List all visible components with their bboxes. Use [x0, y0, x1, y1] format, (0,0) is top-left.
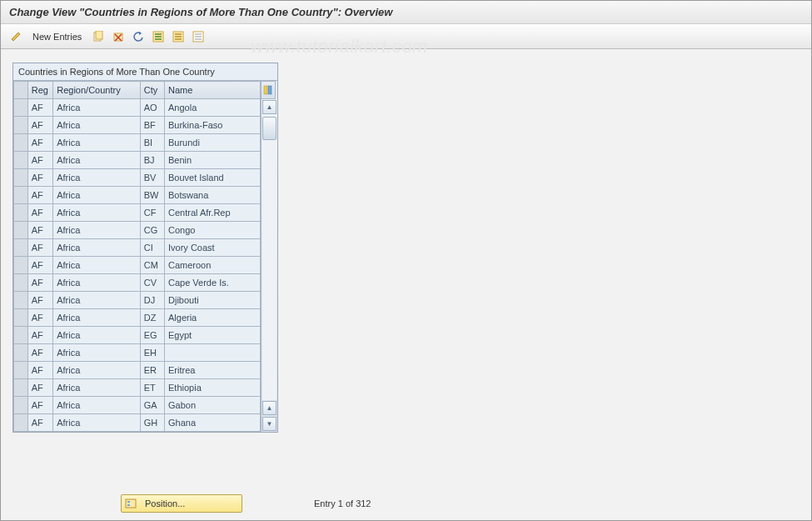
vertical-scrollbar[interactable]: ▲ ▲ ▼ [261, 99, 277, 432]
cell-reg[interactable]: AF [27, 379, 53, 397]
row-selector[interactable] [14, 362, 28, 379]
cell-name[interactable]: Egypt [165, 327, 261, 344]
cell-cty[interactable]: BJ [140, 152, 164, 169]
cell-name[interactable]: Djibouti [165, 292, 261, 309]
cell-name[interactable]: Botswana [165, 187, 261, 204]
cell-reg[interactable]: AF [27, 362, 53, 379]
cell-reg[interactable]: AF [27, 134, 53, 152]
table-row[interactable]: AFAfricaCIIvory Coast [14, 239, 261, 257]
cell-cty[interactable]: BF [140, 117, 164, 134]
cell-cty[interactable]: ET [140, 379, 164, 397]
column-header-reg[interactable]: Reg [27, 82, 53, 99]
cell-region[interactable]: Africa [53, 134, 141, 152]
select-all-icon[interactable] [150, 28, 167, 45]
table-row[interactable]: AFAfricaAOAngola [14, 99, 261, 117]
cell-reg[interactable]: AF [27, 344, 53, 362]
row-selector[interactable] [14, 134, 28, 152]
cell-name[interactable]: Ethiopia [165, 379, 261, 397]
row-selector[interactable] [14, 99, 28, 117]
cell-cty[interactable]: CG [140, 222, 164, 239]
scroll-track[interactable] [262, 115, 276, 400]
undo-icon[interactable] [130, 28, 147, 45]
column-header-region[interactable]: Region/Country [53, 82, 141, 99]
table-row[interactable]: AFAfricaCVCape Verde Is. [14, 274, 261, 292]
table-row[interactable]: AFAfricaBIBurundi [14, 134, 261, 152]
row-selector[interactable] [14, 257, 28, 274]
cell-name[interactable]: Ghana [165, 414, 261, 432]
cell-region[interactable]: Africa [53, 99, 141, 117]
cell-name[interactable]: Burundi [165, 134, 261, 152]
scroll-thumb[interactable] [262, 117, 276, 140]
cell-region[interactable]: Africa [53, 362, 141, 379]
cell-region[interactable]: Africa [53, 397, 141, 414]
cell-cty[interactable]: EH [140, 344, 164, 362]
cell-name[interactable]: Eritrea [165, 362, 261, 379]
row-selector[interactable] [14, 274, 28, 292]
cell-region[interactable]: Africa [53, 274, 141, 292]
table-row[interactable]: AFAfricaDZAlgeria [14, 309, 261, 327]
cell-reg[interactable]: AF [27, 222, 53, 239]
table-row[interactable]: AFAfricaBFBurkina-Faso [14, 117, 261, 134]
cell-reg[interactable]: AF [27, 239, 53, 257]
cell-reg[interactable]: AF [27, 397, 53, 414]
cell-name[interactable]: Cape Verde Is. [165, 274, 261, 292]
cell-reg[interactable]: AF [27, 169, 53, 187]
cell-name[interactable] [165, 344, 261, 362]
cell-name[interactable]: Ivory Coast [165, 239, 261, 257]
cell-reg[interactable]: AF [27, 204, 53, 222]
cell-cty[interactable]: EG [140, 327, 164, 344]
table-row[interactable]: AFAfricaCGCongo [14, 222, 261, 239]
table-row[interactable]: AFAfricaDJDjibouti [14, 292, 261, 309]
cell-reg[interactable]: AF [27, 414, 53, 432]
cell-name[interactable]: Central Afr.Rep [165, 204, 261, 222]
copy-icon[interactable] [90, 28, 107, 45]
cell-name[interactable]: Congo [165, 222, 261, 239]
cell-name[interactable]: Algeria [165, 309, 261, 327]
cell-region[interactable]: Africa [53, 327, 141, 344]
cell-name[interactable]: Cameroon [165, 257, 261, 274]
cell-region[interactable]: Africa [53, 117, 141, 134]
column-header-selector[interactable] [14, 82, 28, 99]
row-selector[interactable] [14, 414, 28, 432]
row-selector[interactable] [14, 309, 28, 327]
select-block-icon[interactable] [170, 28, 187, 45]
cell-cty[interactable]: AO [140, 99, 164, 117]
table-row[interactable]: AFAfricaBVBouvet Island [14, 169, 261, 187]
cell-region[interactable]: Africa [53, 292, 141, 309]
column-header-name[interactable]: Name [165, 82, 261, 99]
row-selector[interactable] [14, 187, 28, 204]
cell-cty[interactable]: CI [140, 239, 164, 257]
cell-region[interactable]: Africa [53, 222, 141, 239]
row-selector[interactable] [14, 222, 28, 239]
cell-reg[interactable]: AF [27, 187, 53, 204]
cell-cty[interactable]: DZ [140, 309, 164, 327]
table-settings-icon[interactable] [261, 81, 276, 99]
cell-cty[interactable]: BW [140, 187, 164, 204]
cell-reg[interactable]: AF [27, 152, 53, 169]
cell-region[interactable]: Africa [53, 257, 141, 274]
scroll-up-arrow[interactable]: ▲ [262, 100, 276, 114]
row-selector[interactable] [14, 379, 28, 397]
cell-name[interactable]: Bouvet Island [165, 169, 261, 187]
row-selector[interactable] [14, 239, 28, 257]
table-row[interactable]: AFAfricaCMCameroon [14, 257, 261, 274]
cell-reg[interactable]: AF [27, 292, 53, 309]
cell-reg[interactable]: AF [27, 327, 53, 344]
table-row[interactable]: AFAfricaGHGhana [14, 414, 261, 432]
toggle-edit-icon[interactable] [7, 28, 24, 45]
cell-cty[interactable]: BI [140, 134, 164, 152]
cell-cty[interactable]: DJ [140, 292, 164, 309]
table-row[interactable]: AFAfricaEGEgypt [14, 327, 261, 344]
cell-region[interactable]: Africa [53, 187, 141, 204]
cell-name[interactable]: Burkina-Faso [165, 117, 261, 134]
row-selector[interactable] [14, 169, 28, 187]
row-selector[interactable] [14, 344, 28, 362]
table-row[interactable]: AFAfricaCFCentral Afr.Rep [14, 204, 261, 222]
new-entries-button[interactable]: New Entries [32, 32, 82, 42]
row-selector[interactable] [14, 397, 28, 414]
cell-cty[interactable]: GA [140, 397, 164, 414]
position-button[interactable]: Position... [121, 494, 242, 513]
table-row[interactable]: AFAfricaEH [14, 344, 261, 362]
table-row[interactable]: AFAfricaGAGabon [14, 397, 261, 414]
cell-reg[interactable]: AF [27, 274, 53, 292]
